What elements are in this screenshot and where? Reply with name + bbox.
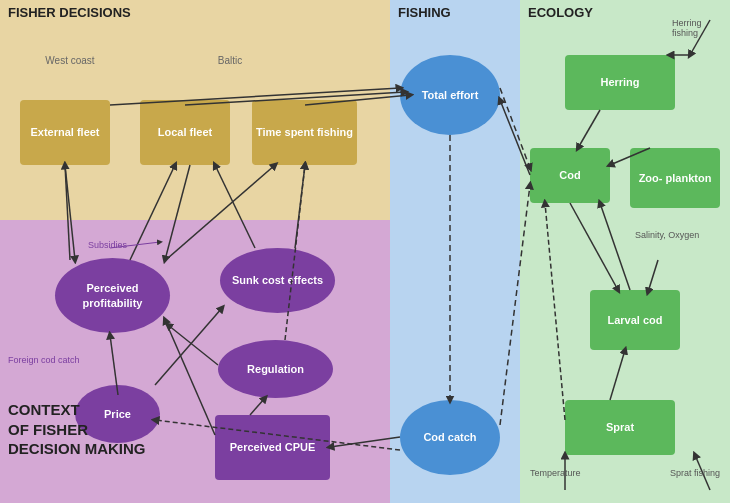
cod-box: Cod — [530, 148, 610, 203]
time-spent-fishing-box: Time spent fishing — [252, 100, 357, 165]
baltic-label: Baltic — [130, 55, 330, 66]
subsidies-label: Subsidies — [88, 240, 127, 250]
cod-catch-circle: Cod catch — [400, 400, 500, 475]
temperature-label: Temperature — [530, 468, 581, 478]
local-fleet-box: Local fleet — [140, 100, 230, 165]
ecology-label: ECOLOGY — [528, 5, 593, 20]
perceived-profitability-circle: Perceived profitability — [55, 258, 170, 333]
sunk-cost-effects-circle: Sunk cost effects — [220, 248, 335, 313]
herring-fishing-label: Herring fishing — [672, 18, 730, 38]
sprat-box: Sprat — [565, 400, 675, 455]
fishing-label: FISHING — [398, 5, 451, 20]
fisher-decisions-label: FISHER DECISIONS — [8, 5, 131, 20]
sprat-fishing-label: Sprat fishing — [670, 468, 720, 478]
diagram: FISHER DECISIONS FISHING ECOLOGY CONTEXT… — [0, 0, 730, 503]
total-effort-circle: Total effort — [400, 55, 500, 135]
context-label: CONTEXTOF FISHERDECISION MAKING — [8, 400, 146, 459]
perceived-cpue-box: Perceived CPUE — [215, 415, 330, 480]
external-fleet-box: External fleet — [20, 100, 110, 165]
foreign-cod-catch-label: Foreign cod catch — [8, 355, 80, 365]
regulation-circle: Regulation — [218, 340, 333, 398]
west-coast-label: West coast — [30, 55, 110, 66]
larval-cod-box: Larval cod — [590, 290, 680, 350]
herring-box: Herring — [565, 55, 675, 110]
salinity-oxygen-label: Salinity, Oxygen — [635, 230, 699, 240]
zooplankton-box: Zoo- plankton — [630, 148, 720, 208]
